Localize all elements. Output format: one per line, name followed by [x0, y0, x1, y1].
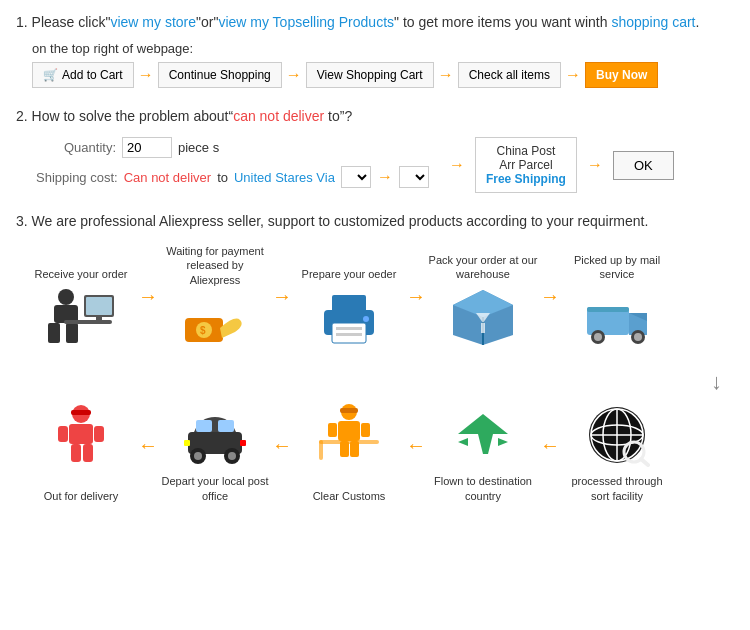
- shopping-cart-link[interactable]: shopping cart: [611, 14, 695, 30]
- svg-rect-3: [66, 323, 78, 343]
- customs-icon: [309, 399, 389, 471]
- svg-point-0: [58, 289, 74, 305]
- svg-rect-21: [481, 323, 485, 333]
- flow-label-payment: Waiting for payment released by Aliexpre…: [160, 244, 270, 287]
- ok-button[interactable]: OK: [613, 151, 674, 180]
- svg-point-28: [634, 333, 642, 341]
- flow-label-customs: Clear Customs: [313, 471, 386, 503]
- flow-label-printer: Prepare your oeder: [302, 249, 397, 281]
- svg-point-41: [194, 452, 202, 460]
- svg-rect-29: [587, 307, 629, 312]
- printer-icon: [309, 281, 389, 353]
- svg-rect-45: [240, 440, 246, 446]
- shipping-form-area: Quantity: piece s Shipping cost: Can not…: [36, 137, 734, 193]
- truck-icon: [577, 281, 657, 353]
- svg-rect-6: [86, 297, 112, 315]
- flow-arrow-r4: ←: [540, 434, 560, 467]
- view-topselling-link[interactable]: view my Topselling Products: [218, 14, 394, 30]
- arrow-3: →: [438, 66, 454, 84]
- flow-arrow-3: →: [406, 285, 426, 318]
- view-store-link[interactable]: view my store: [110, 14, 196, 30]
- arrow-china: →: [449, 156, 465, 174]
- section-1-title: 1. Please click"view my store"or"view my…: [16, 12, 734, 33]
- flow-step-car: Depart your local post office: [160, 399, 270, 503]
- svg-rect-15: [336, 333, 362, 336]
- payment-icon: $: [175, 287, 255, 359]
- svg-rect-38: [196, 420, 212, 432]
- flow-arrow-r2: ←: [272, 434, 292, 467]
- svg-rect-4: [64, 320, 112, 324]
- down-arrow: ↓: [26, 369, 734, 395]
- flow-step-globe: processed through sort facility: [562, 399, 672, 503]
- flow-diagram: Receive your order: [26, 244, 734, 503]
- flow-row-1: Receive your order: [26, 244, 734, 359]
- view-cart-button[interactable]: View Shopping Cart: [306, 62, 434, 88]
- subtitle: on the top right of webpage:: [32, 41, 734, 56]
- flow-label-truck: Picked up by mail service: [562, 249, 672, 281]
- section-2: 2. How to solve the problem about“can no…: [16, 106, 734, 193]
- flow-step-package: Pack your order at our warehouse: [428, 249, 538, 353]
- section-1: 1. Please click"view my store"or"view my…: [16, 12, 734, 88]
- flow-step-delivery: Out for delivery: [26, 399, 136, 503]
- can-not-deliver-text: Can not deliver: [124, 170, 211, 185]
- arrow-4: →: [565, 66, 581, 84]
- svg-rect-33: [58, 426, 68, 442]
- svg-rect-39: [218, 420, 234, 432]
- flow-label-delivery: Out for delivery: [44, 471, 119, 503]
- package-icon: [443, 281, 523, 353]
- car-icon: [175, 399, 255, 471]
- flow-step-plane: Flown to destination country: [428, 399, 538, 503]
- svg-rect-44: [184, 440, 190, 446]
- svg-rect-12: [332, 295, 366, 313]
- shipping-via-select[interactable]: [341, 166, 371, 188]
- china-post-line2: Arr Parcel: [486, 158, 566, 172]
- flow-step-truck: Picked up by mail service: [562, 249, 672, 353]
- svg-rect-48: [338, 421, 360, 441]
- svg-rect-35: [71, 444, 81, 462]
- china-post-line1: China Post: [486, 144, 566, 158]
- buy-now-button[interactable]: Buy Now: [585, 62, 658, 88]
- add-to-cart-button[interactable]: 🛒 Add to Cart: [32, 62, 134, 88]
- free-shipping-text: Free Shipping: [486, 172, 566, 186]
- svg-rect-53: [319, 440, 379, 444]
- china-post-box: China Post Arr Parcel Free Shipping: [475, 137, 577, 193]
- flow-step-printer: Prepare your oeder: [294, 249, 404, 353]
- svg-point-16: [363, 316, 369, 322]
- svg-rect-31: [71, 410, 91, 415]
- arrow-2: →: [286, 66, 302, 84]
- svg-text:$: $: [200, 325, 206, 336]
- arrow-ok: →: [587, 156, 603, 174]
- svg-rect-2: [48, 323, 60, 343]
- flow-arrow-2: →: [272, 285, 292, 318]
- svg-rect-7: [96, 317, 102, 321]
- check-items-button[interactable]: Check all items: [458, 62, 561, 88]
- flow-arrow-4: →: [540, 285, 560, 318]
- svg-rect-49: [328, 423, 337, 437]
- flow-arrow-r1: ←: [138, 434, 158, 467]
- flow-label-car: Depart your local post office: [160, 471, 270, 503]
- flow-step-customs: Clear Customs: [294, 399, 404, 503]
- svg-rect-32: [69, 424, 93, 444]
- arrow-shipping: →: [377, 168, 393, 186]
- section-3-title: 3. We are professional Aliexpress seller…: [16, 211, 734, 232]
- quantity-input[interactable]: [122, 137, 172, 158]
- plane-icon: [443, 399, 523, 471]
- quantity-row: Quantity: piece s: [36, 137, 429, 158]
- delivery-person-icon: [41, 399, 121, 471]
- flow-label-package: Pack your order at our warehouse: [428, 249, 538, 281]
- destination-text: United Stares Via: [234, 170, 335, 185]
- continue-shopping-button[interactable]: Continue Shopping: [158, 62, 282, 88]
- svg-point-26: [594, 333, 602, 341]
- arrow-1: →: [138, 66, 154, 84]
- shipping-cost-row: Shipping cost: Can not deliver to United…: [36, 166, 429, 188]
- shipping-form: Quantity: piece s Shipping cost: Can not…: [36, 137, 429, 188]
- flow-label-globe: processed through sort facility: [562, 471, 672, 503]
- flow-label-plane: Flown to destination country: [428, 471, 538, 503]
- svg-rect-14: [336, 327, 362, 330]
- text-prefix: 1. Please click": [16, 14, 110, 30]
- svg-rect-36: [83, 444, 93, 462]
- shipping-option-select[interactable]: [399, 166, 429, 188]
- flow-step-payment: Waiting for payment released by Aliexpre…: [160, 244, 270, 359]
- china-post-section: → China Post Arr Parcel Free Shipping → …: [449, 137, 674, 193]
- pieces-label: piece s: [178, 140, 219, 155]
